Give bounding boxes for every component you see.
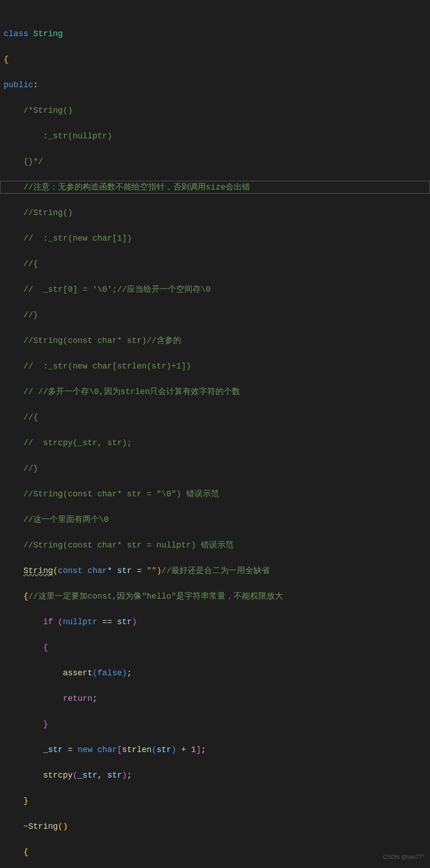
code-line: assert(false); — [4, 667, 430, 679]
code-line: {//这里一定要加const,因为像"hello"是字符串常量，不能权限放大 — [4, 590, 430, 603]
code-line: _str = new char[strlen(str) + 1]; — [4, 743, 430, 756]
code-line: } — [4, 718, 430, 731]
code-line: // _str[0] = '\0';//应当给开一个空间存\0 — [4, 283, 430, 296]
code-line: //String() — [4, 206, 430, 219]
code-line: //String(const char* str)//含参的 — [4, 334, 430, 347]
code-line: { — [4, 641, 430, 654]
code-line: //注意：无参的构造函数不能给空指针，否则调用size会出错 — [4, 181, 430, 194]
code-line: if (nullptr == str) — [4, 615, 430, 628]
code-line: public: — [4, 79, 430, 91]
code-line: ~String() — [4, 820, 430, 833]
code-line: // :_str(new char[1]) — [4, 232, 430, 245]
code-line: class String — [4, 27, 430, 40]
code-line: // //多开一个存\0,因为strlen只会计算有效字符的个数 — [4, 385, 430, 398]
code-line: } — [4, 794, 430, 807]
code-line: // strcpy(_str, str); — [4, 437, 430, 449]
code-line: //{ — [4, 258, 430, 270]
code-line: { — [4, 846, 430, 858]
code-line: //String(const char* str = "\0") 错误示范 — [4, 488, 430, 500]
code-line: strcpy(_str, str); — [4, 769, 430, 782]
code-line: /*String() — [4, 104, 430, 117]
code-line: return; — [4, 692, 430, 705]
watermark: CSDN @tan77° — [383, 851, 425, 863]
code-line: {}*/ — [4, 155, 430, 168]
code-line: //} — [4, 462, 430, 475]
code-line: :_str(nullptr) — [4, 130, 430, 142]
code-line: //这一个里面有两个\0 — [4, 513, 430, 526]
code-line: //} — [4, 309, 430, 321]
code-line: //String(const char* str = nullptr) 错误示范 — [4, 539, 430, 552]
code-line: // :_str(new char[strlen(str)+1]) — [4, 360, 430, 373]
code-line: { — [4, 53, 430, 66]
code-line: //{ — [4, 411, 430, 424]
code-editor[interactable]: class String { public: /*String() :_str(… — [0, 0, 430, 868]
code-line: String(const char* str = "")//最好还是合二为一用全… — [4, 564, 430, 577]
